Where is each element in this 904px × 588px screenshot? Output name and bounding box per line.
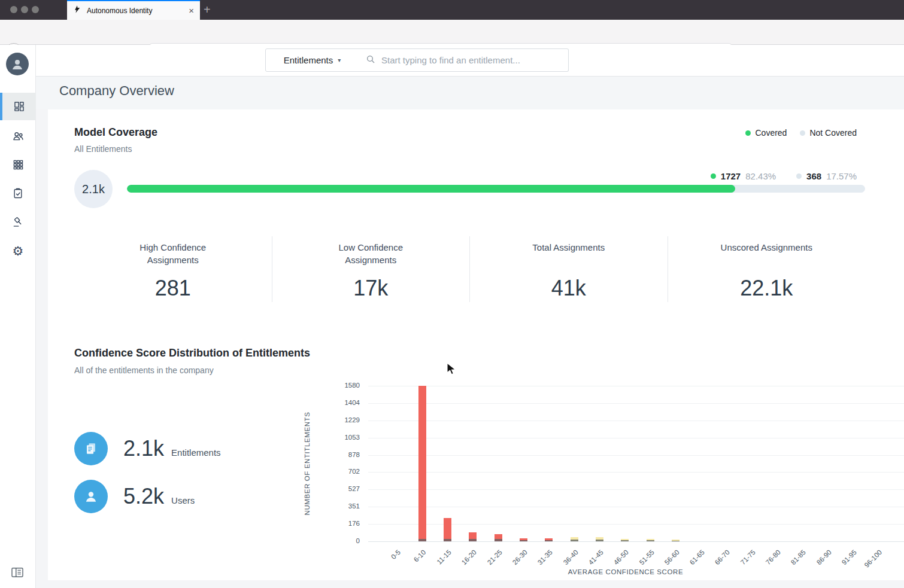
traffic-light-close[interactable] (10, 6, 17, 13)
coverage-progress-bar (127, 185, 865, 193)
chart-plot: NUMBER OF ENTITLEMENTS AVERAGE CONFIDENC… (368, 386, 904, 541)
chart-gridline (368, 386, 904, 386)
chart-gridline (368, 489, 904, 490)
coverage-total-badge: 2.1k (74, 170, 113, 208)
chart-bar-base (621, 540, 629, 541)
search-box[interactable] (359, 48, 569, 72)
sidebar-item-rules[interactable] (0, 208, 36, 236)
sidebar-item-users[interactable] (0, 122, 36, 150)
traffic-light-minimize[interactable] (21, 6, 28, 13)
chart-bar[interactable] (545, 538, 553, 541)
covered-percent: 82.43% (745, 171, 776, 181)
search-input[interactable] (381, 55, 561, 65)
chart-x-tick: 96-100 (863, 549, 883, 569)
coverage-legend: Covered Not Covered (745, 128, 857, 138)
chart-x-tick: 86-90 (815, 549, 832, 566)
chart-bar[interactable] (621, 539, 629, 541)
chart-bar-base (545, 540, 553, 541)
clipboard-check-icon (12, 187, 24, 199)
distribution-subtitle: All of the entitlements in the company (74, 365, 214, 375)
chart-bar-base (418, 539, 426, 541)
chart-x-tick: 66-70 (714, 549, 731, 566)
chart-gridline (368, 507, 904, 507)
chart-bar-base (444, 539, 451, 541)
chart-bar-base (469, 539, 477, 541)
entitlements-summary: 2.1k Entitlements (74, 432, 221, 465)
chart-y-tick: 702 (318, 468, 360, 475)
chart-gridline (368, 421, 904, 421)
avatar[interactable] (6, 53, 29, 75)
chart-y-tick: 176 (318, 520, 360, 527)
chart-y-tick: 0 (318, 537, 360, 544)
confidence-distribution-chart: NUMBER OF ENTITLEMENTS AVERAGE CONFIDENC… (272, 382, 889, 579)
not-covered-dot-icon (796, 173, 802, 179)
legend-covered: Covered (745, 128, 787, 138)
chart-x-tick: 76-80 (765, 549, 782, 566)
chart-bar[interactable] (596, 537, 603, 541)
dashboard-icon (13, 100, 25, 112)
browser-tab[interactable]: Autonomous Identity × (67, 0, 200, 20)
new-tab-button[interactable]: + (204, 2, 211, 17)
distribution-title: Confidence Score Distribution of Entitle… (74, 347, 310, 359)
chart-bar-base (672, 541, 679, 541)
chart-x-tick: 21-25 (486, 549, 503, 566)
chart-bar[interactable] (520, 538, 527, 541)
user-icon (74, 480, 108, 513)
tab-title: Autonomous Identity (87, 7, 189, 15)
chart-y-tick: 351 (318, 502, 360, 510)
model-coverage-subtitle: All Entitlements (74, 144, 132, 154)
chart-bar[interactable] (571, 537, 578, 541)
sidebar-item-entitlements[interactable] (0, 151, 36, 178)
sidebar-item-approvals[interactable] (0, 179, 36, 207)
chart-x-tick: 11-15 (435, 549, 453, 566)
not-covered-count: 368 (806, 171, 821, 181)
not-covered-percent: 17.57% (826, 171, 857, 181)
chart-bar-base (596, 540, 603, 541)
traffic-light-maximize[interactable] (32, 6, 39, 13)
chart-bar[interactable] (647, 539, 654, 541)
chart-bar-base (495, 539, 502, 541)
chart-y-tick: 878 (318, 451, 360, 458)
chart-x-tick: 0-5 (390, 549, 402, 560)
chart-gridline (368, 541, 904, 542)
chart-x-tick: 46-50 (612, 549, 630, 566)
users-summary: 5.2k Users (74, 480, 195, 513)
coverage-progress-fill (127, 185, 735, 193)
legend-not-covered: Not Covered (800, 128, 857, 138)
chart-gridline (368, 455, 904, 456)
chart-bar[interactable] (672, 540, 679, 541)
chart-bar[interactable] (418, 386, 426, 541)
panel-toggle-icon[interactable] (11, 567, 24, 580)
stat-low-confidence: Low Confidence Assignments 17k (272, 236, 470, 302)
chart-x-tick: 51-55 (638, 549, 655, 566)
chart-y-tick: 1404 (318, 399, 360, 406)
sidebar-item-dashboard[interactable] (0, 93, 36, 120)
chart-x-axis-title: AVERAGE CONFIDENCE SCORE (344, 568, 904, 575)
chart-bar-base (520, 540, 527, 541)
apps-grid-icon (13, 159, 24, 170)
tab-close-icon[interactable]: × (189, 6, 194, 15)
coverage-counts: 1727 82.43% 368 17.57% (711, 171, 857, 181)
chart-bar[interactable] (495, 534, 502, 541)
chart-x-tick: 91-95 (841, 549, 858, 566)
page-title: Company Overview (59, 83, 174, 99)
scope-dropdown[interactable]: Entitlements ▾ (265, 48, 359, 72)
chart-y-axis-title: NUMBER OF ENTITLEMENTS (302, 386, 312, 541)
chart-x-tick: 71-75 (739, 549, 756, 566)
sidebar-item-settings[interactable]: ⚙ (0, 237, 36, 264)
chart-x-tick: 61-65 (688, 549, 706, 566)
browser-tab-bar: Autonomous Identity × + (0, 0, 904, 20)
chart-x-tick: 26-30 (511, 549, 529, 566)
chart-bar[interactable] (444, 518, 451, 541)
chart-bar-base (647, 540, 654, 541)
users-icon (12, 130, 25, 142)
stat-unscored-assignments: Unscored Assignments 22.1k (668, 236, 866, 302)
chart-x-tick: 6-10 (412, 549, 427, 563)
chevron-down-icon: ▾ (338, 57, 341, 63)
chart-x-tick: 81-85 (790, 549, 807, 566)
chart-gridline (368, 403, 904, 404)
gavel-icon (12, 216, 24, 228)
chart-bar[interactable] (469, 532, 477, 541)
overview-card: Model Coverage Covered Not Covered All E… (48, 109, 904, 580)
chart-y-tick: 527 (318, 485, 360, 492)
